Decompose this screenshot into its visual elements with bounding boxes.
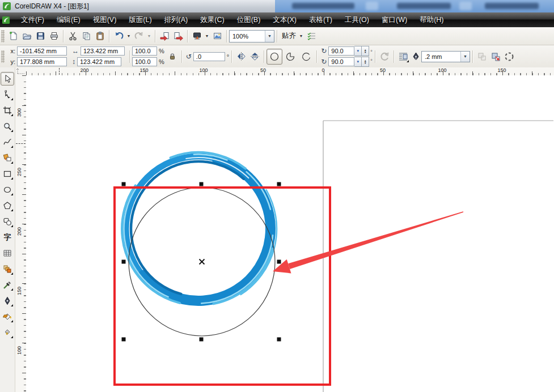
arc-end-spinner[interactable]: ▲▼ (362, 57, 369, 67)
handle-bottom-right[interactable] (277, 338, 281, 342)
zoom-tool[interactable] (1, 120, 14, 133)
menu-layout[interactable]: 版面(L) (122, 13, 158, 27)
scale-x-input[interactable]: 100.0 (132, 46, 157, 56)
interactive-fill-tool[interactable] (1, 326, 14, 339)
pick-tool[interactable] (1, 72, 14, 86)
import-button[interactable] (158, 29, 171, 43)
menu-arrange[interactable]: 排列(A) (158, 13, 194, 27)
snap-to-label[interactable]: 贴齐 (282, 31, 296, 41)
paste-button[interactable] (93, 29, 107, 43)
menu-help[interactable]: 帮助(H) (413, 13, 450, 27)
document-menu-icon[interactable] (2, 16, 10, 24)
application-launcher-button[interactable] (190, 29, 204, 43)
convert-to-curves-button[interactable] (489, 50, 502, 63)
toolbar-grip[interactable] (1, 30, 5, 42)
welcome-screen-button[interactable] (210, 29, 224, 43)
menu-edit[interactable]: 编辑(E) (50, 13, 87, 27)
handle-bottom-center[interactable] (200, 338, 204, 342)
arc-start-spinner[interactable]: ▲▼ (362, 46, 369, 56)
ruler-origin-corner[interactable] (15, 67, 27, 76)
fill-tool[interactable] (1, 310, 14, 323)
zoom-level-combo[interactable]: 100% ▼ (229, 30, 274, 42)
menu-window[interactable]: 窗口(W) (375, 13, 413, 27)
arc-start-input[interactable]: 90.0 (328, 46, 354, 56)
menu-text[interactable]: 文本(X) (267, 13, 303, 27)
handle-middle-right[interactable] (277, 260, 281, 264)
mirror-horizontal-button[interactable] (234, 50, 248, 63)
handle-top-left[interactable] (122, 182, 126, 186)
redo-button[interactable] (132, 29, 146, 43)
propbar-grip[interactable] (1, 50, 5, 63)
basic-shapes-tool[interactable] (1, 215, 14, 228)
arc-end-input[interactable]: 90.0 (328, 57, 354, 66)
vertical-ruler[interactable]: 300 250 200 150 100 (15, 75, 27, 392)
undo-button[interactable] (112, 29, 125, 43)
crop-tool[interactable] (1, 104, 14, 117)
handle-middle-left[interactable] (122, 260, 126, 264)
menu-view[interactable]: 视图(V) (87, 13, 123, 27)
launcher-dropdown[interactable]: ▼ (204, 29, 210, 43)
canvas[interactable] (26, 75, 554, 392)
outline-pen-tool[interactable] (1, 294, 14, 308)
pie-mode-button[interactable] (282, 49, 298, 65)
object-height-input[interactable]: 123.422 mm (77, 57, 121, 66)
mirror-vertical-button[interactable] (248, 50, 261, 63)
outline-width-combo[interactable]: .2 mm ▼ (421, 51, 470, 62)
undo-dropdown[interactable]: ▼ (125, 29, 132, 43)
object-width-input[interactable]: 123.422 mm (81, 46, 125, 56)
arc-end-dropdown[interactable]: ▼ (354, 57, 362, 67)
convert-outline-to-object-button[interactable] (475, 50, 489, 63)
smart-fill-tool[interactable] (1, 151, 14, 165)
title-bar[interactable]: CorelDRAW X4 - [图形1] (0, 0, 554, 13)
y-position-input[interactable]: 177.808 mm (17, 57, 67, 66)
rectangle-tool[interactable] (1, 167, 14, 181)
text-tool[interactable]: 字 (1, 231, 14, 244)
arc-mode-button[interactable] (298, 49, 314, 65)
handle-top-right[interactable] (277, 182, 281, 186)
rotation-angle-icon: ↺ (186, 53, 192, 61)
ellipse-mode-button[interactable] (267, 49, 282, 65)
zoom-dropdown-icon[interactable]: ▼ (265, 31, 274, 42)
eyedropper-tool[interactable] (1, 278, 14, 292)
snap-to-dropdown[interactable]: ▼ (298, 29, 305, 43)
rotation-degree-sign: ° (227, 53, 229, 60)
object-width-icon: ↔ (72, 47, 79, 55)
change-arc-direction-button[interactable] (378, 50, 391, 63)
export-button[interactable] (171, 29, 185, 43)
ellipse-tool[interactable] (1, 183, 14, 197)
zoom-level-value: 100% (230, 33, 265, 40)
freehand-tool[interactable] (1, 135, 14, 149)
separator (181, 50, 182, 63)
ellipse-properties-button[interactable] (502, 50, 516, 63)
copy-button[interactable] (79, 29, 93, 43)
menu-bitmaps[interactable]: 位图(B) (231, 13, 267, 27)
table-tool[interactable] (1, 246, 14, 260)
print-button[interactable] (47, 29, 61, 43)
save-button[interactable] (33, 29, 47, 43)
lock-ratio-button[interactable] (166, 50, 179, 63)
wrap-paragraph-text-button[interactable] (396, 50, 410, 63)
horizontal-ruler[interactable]: 200 150 100 50 0 50 100 150 (26, 67, 554, 76)
rotation-angle-input[interactable]: .0 (193, 52, 225, 61)
arc-start-dropdown[interactable]: ▼ (354, 46, 362, 56)
shape-tool[interactable] (1, 88, 14, 101)
scale-x-percent: % (159, 48, 164, 54)
handle-bottom-left[interactable] (122, 338, 126, 342)
options-button[interactable] (305, 29, 318, 43)
outline-width-dropdown-icon[interactable]: ▼ (460, 52, 470, 62)
blue-brush-ring[interactable] (91, 122, 305, 335)
menu-tools[interactable]: 工具(O) (339, 13, 375, 27)
polygon-tool[interactable] (1, 199, 14, 212)
menu-effects[interactable]: 效果(C) (194, 13, 230, 27)
redo-dropdown[interactable]: ▼ (146, 29, 153, 43)
red-annotation-arrow[interactable] (273, 211, 463, 273)
new-document-button[interactable] (6, 29, 20, 43)
open-button[interactable] (20, 29, 33, 43)
menu-file[interactable]: 文件(F) (15, 13, 50, 27)
cut-button[interactable] (66, 29, 79, 43)
menu-table[interactable]: 表格(T) (303, 13, 339, 27)
x-position-input[interactable]: -101.452 mm (17, 46, 67, 56)
scale-y-input[interactable]: 100.0 (132, 57, 157, 66)
handle-top-center[interactable] (200, 182, 204, 186)
blend-tool[interactable] (1, 262, 14, 276)
